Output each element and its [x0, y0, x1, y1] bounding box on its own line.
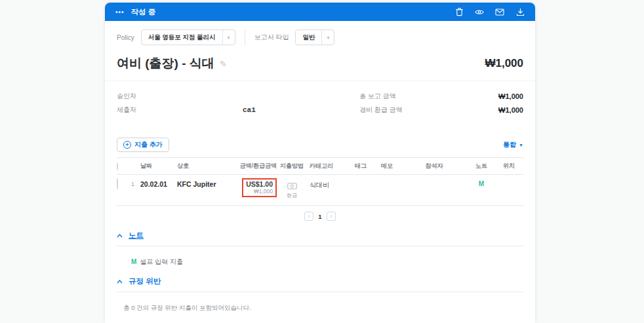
overflow-menu-icon[interactable]: •••	[115, 9, 125, 16]
report-type-label: 보고서 타입	[254, 33, 289, 42]
col-merchant: 상호	[177, 162, 236, 170]
chevron-down-icon: ▾	[321, 30, 334, 45]
chevron-up-icon	[117, 234, 123, 238]
policy-row: Policy 서울 영등포 지점 폴리시 ▾ 보고서 타입 일반 ▾	[105, 21, 535, 51]
report-type-select[interactable]: 일반 ▾	[295, 29, 334, 45]
view-mode-label: 통합	[503, 140, 516, 149]
violations-section: 규정 위반 총 0 건의 규정 위반 지출이 포함되어있습니다.	[105, 276, 535, 313]
payment-method-label: 현금	[287, 192, 297, 199]
reimbursement-value: ₩1,000	[498, 106, 523, 114]
row-converted-amount: ₩1,000	[246, 188, 273, 195]
submitter-value: ca1	[243, 106, 256, 114]
report-total: ₩1,000	[485, 57, 523, 70]
summary-right: 총 보고 금액 ₩1,000 경비 환급 금액 ₩1,000	[359, 89, 523, 117]
add-expense-label: 지출 추가	[134, 140, 163, 149]
submitter-row: 제출자 ca1	[117, 103, 359, 117]
divider	[245, 29, 245, 45]
prev-page-button[interactable]: ‹	[304, 212, 313, 221]
total-reported-value: ₩1,000	[498, 92, 523, 100]
report-type-select-value: 일반	[296, 33, 321, 42]
approver-label: 승인자	[117, 92, 243, 101]
note-line: M셀프 입력 지출	[131, 258, 183, 265]
next-page-button[interactable]: ›	[327, 212, 336, 221]
policy-select[interactable]: 서울 영등포 지점 폴리시 ▾	[141, 29, 235, 45]
email-icon[interactable]	[495, 7, 504, 16]
expense-toolbar: + 지출 추가 통합 ▼	[105, 138, 535, 152]
row-method-cell: 현금	[277, 178, 307, 200]
report-card: ••• 작성 중 Policy 서울 영등포 지점 폴리시 ▾	[105, 3, 535, 323]
chevron-down-icon: ▼	[519, 143, 523, 147]
violations-section-header[interactable]: 규정 위반	[105, 276, 535, 286]
row-note-badge: M	[468, 178, 494, 187]
expense-table-header: 날짜 상호 금액/환급금액 지출방법 카테고리 태그 메모 참석자 노트 위치	[117, 157, 523, 175]
violations-body: 총 0 건의 규정 위반 지출이 포함되어있습니다.	[105, 292, 535, 313]
row-date: 20.02.01	[140, 178, 177, 188]
select-all-checkbox[interactable]	[117, 162, 118, 170]
plus-icon: +	[123, 141, 131, 149]
payment-method: 현금	[287, 178, 297, 199]
add-expense-button[interactable]: + 지출 추가	[117, 138, 169, 152]
summary-left: 승인자 제출자 ca1	[117, 89, 359, 117]
row-checkbox-cell	[117, 178, 131, 190]
approver-row: 승인자	[117, 89, 359, 103]
amount-annotation-box: US$1.00 ₩1,000	[242, 178, 277, 197]
row-category: 식대비	[307, 178, 348, 190]
violations-section-title: 규정 위반	[129, 276, 161, 286]
chevron-down-icon: ▾	[222, 30, 235, 45]
col-attendees: 참석자	[400, 162, 468, 170]
note-badge: M	[131, 258, 136, 265]
notes-section: 노트 M셀프 입력 지출	[105, 231, 535, 267]
col-note: 노트	[468, 162, 494, 170]
reimbursement-label: 경비 환급 금액	[359, 105, 403, 115]
chevron-up-icon	[117, 280, 123, 284]
row-index: 1	[131, 178, 140, 187]
col-memo: 메모	[374, 162, 400, 170]
report-title-row: 여비 (출장) - 식대 ✎ ₩1,000	[105, 51, 535, 81]
report-summary: 승인자 제출자 ca1 총 보고 금액 ₩1,000 경비 환급 금액 ₩1,0…	[105, 81, 535, 122]
total-reported-row: 총 보고 금액 ₩1,000	[359, 89, 523, 103]
preview-eye-icon[interactable]	[475, 7, 484, 16]
page: ••• 작성 중 Policy 서울 영등포 지점 폴리시 ▾	[0, 0, 644, 323]
notes-section-header[interactable]: 노트	[105, 231, 535, 240]
report-topbar: ••• 작성 중	[105, 3, 535, 21]
col-category: 카테고리	[307, 162, 348, 170]
total-reported-label: 총 보고 금액	[359, 92, 396, 101]
col-tag: 태그	[348, 162, 374, 170]
reimbursement-row: 경비 환급 금액 ₩1,000	[359, 103, 523, 117]
edit-pencil-icon[interactable]: ✎	[220, 59, 227, 69]
col-method: 지출방법	[277, 162, 307, 170]
current-page: 1	[318, 213, 321, 220]
expense-table: 날짜 상호 금액/환급금액 지출방법 카테고리 태그 메모 참석자 노트 위치 …	[117, 157, 523, 221]
row-checkbox[interactable]	[117, 178, 118, 190]
row-merchant: KFC Jupiter	[177, 178, 236, 188]
select-all-cell	[117, 163, 131, 170]
violations-text: 총 0 건의 규정 위반 지출이 포함되어있습니다.	[123, 304, 251, 311]
col-location: 위치	[494, 162, 523, 170]
notes-section-title: 노트	[129, 231, 144, 240]
col-amount: 금액/환급금액	[236, 162, 277, 170]
policy-label: Policy	[117, 34, 134, 41]
note-text: 셀프 입력 지출	[140, 258, 183, 265]
col-date: 날짜	[140, 162, 177, 170]
row-amount-cell: US$1.00 ₩1,000	[236, 178, 277, 197]
pagination: ‹ 1 ›	[117, 212, 523, 221]
view-mode-dropdown[interactable]: 통합 ▼	[503, 140, 523, 149]
expense-row[interactable]: 1 20.02.01 KFC Jupiter US$1.00 ₩1,000 현금…	[117, 175, 523, 206]
trash-icon[interactable]	[454, 7, 464, 16]
download-icon[interactable]	[515, 7, 525, 16]
row-amount: US$1.00	[246, 180, 273, 188]
report-status: 작성 중	[131, 7, 156, 17]
policy-select-value: 서울 영등포 지점 폴리시	[142, 33, 222, 42]
notes-body: M셀프 입력 지출	[105, 246, 535, 267]
cash-icon	[287, 183, 297, 189]
submitter-label: 제출자	[117, 105, 243, 115]
report-title: 여비 (출장) - 식대	[117, 55, 214, 72]
